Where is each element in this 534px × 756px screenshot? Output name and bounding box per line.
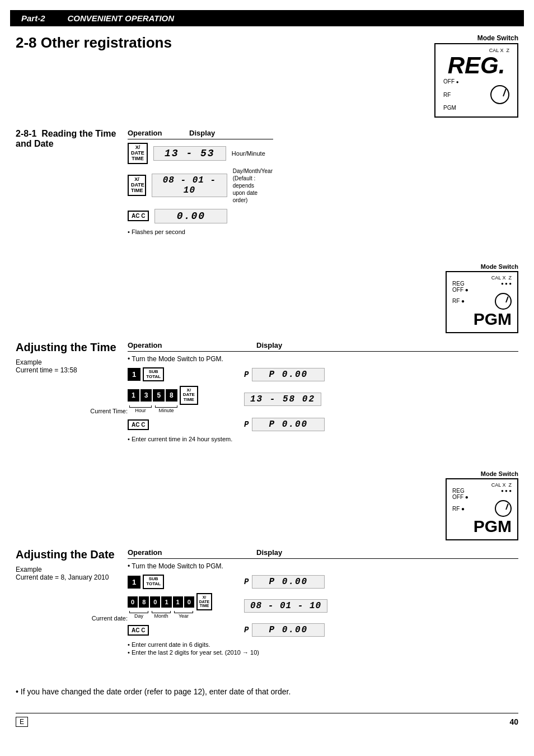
- header-part: Part-2: [21, 13, 45, 23]
- x-date-key-time[interactable]: X/DATETIME: [180, 386, 198, 405]
- key-num-8-time[interactable]: 8: [166, 389, 177, 402]
- display-time-p1: P 0.00: [252, 368, 325, 381]
- key-num-3-time[interactable]: 3: [140, 389, 152, 402]
- month-label: Month: [154, 613, 168, 619]
- adj-time-title: Adjusting the Time: [16, 341, 128, 354]
- sub-section-title: 2-8-1 Reading the Time and Date: [16, 129, 128, 149]
- key-d1[interactable]: 1: [161, 596, 171, 608]
- key-num-5-time[interactable]: 5: [153, 389, 165, 402]
- x-date-key-date[interactable]: X/DATETIME: [196, 593, 213, 610]
- key-d1b[interactable]: 1: [173, 596, 183, 608]
- date-note2: • Enter the last 2 digits for year set. …: [128, 649, 518, 656]
- e-label: E: [16, 717, 28, 727]
- op-col-header: Operation: [128, 129, 172, 137]
- mode-note-time: • Turn the Mode Switch to PGM.: [128, 355, 518, 363]
- p-char-1: P: [244, 370, 249, 379]
- disp-col-time: Display: [256, 341, 282, 349]
- p-char-3: P: [244, 420, 249, 429]
- key-d0b[interactable]: 0: [150, 596, 160, 608]
- op-col-date: Operation: [128, 548, 240, 557]
- mode-switch-diagram-top: CAL X Z REG. OFF ● RF PGM: [434, 43, 518, 118]
- display-col-header: Display: [189, 129, 215, 137]
- adj-time-section: Adjusting the Time Example Current time …: [16, 341, 518, 465]
- pgm-text-2: PGM: [452, 518, 512, 535]
- switch-knob-pgm-1: [495, 293, 512, 310]
- sub-section-reading: 2-8-1 Reading the Time and Date Operatio…: [16, 129, 518, 258]
- flashes-note: • Flashes per second: [128, 228, 273, 235]
- footer: E 40: [16, 713, 518, 727]
- hour-minute-note: Hour/Minute: [232, 150, 265, 157]
- current-time-label: Current Time:: [16, 408, 128, 414]
- mode-switch-label-top: Mode Switch: [477, 34, 518, 42]
- header-bar: Part-2 CONVENIENT OPERATION: [10, 10, 524, 26]
- switch-knob-icon: [490, 85, 509, 104]
- x-date-key-1[interactable]: X/DATETIME: [128, 143, 148, 164]
- display-time-p3: P 0.00: [252, 418, 325, 431]
- key-num-1-time[interactable]: 1: [128, 389, 139, 402]
- display-date-p1: P 0.00: [252, 575, 325, 589]
- disp-col-date: Display: [256, 548, 282, 557]
- pgm-text-1: PGM: [452, 311, 512, 328]
- acc-key-time[interactable]: AC C: [128, 419, 149, 430]
- example-label-date: Example: [16, 566, 128, 573]
- page-number: 40: [509, 717, 518, 726]
- acc-key-date[interactable]: AC C: [128, 625, 149, 636]
- mode-switch-pgm-2: Mode Switch CAL X Z REG ● ● ● OFF ● RF ●…: [446, 470, 518, 540]
- display-time-val: 13 - 58 02: [244, 393, 321, 406]
- x-date-key-2[interactable]: X/DATETIME: [128, 175, 146, 196]
- reg-text: REG.: [443, 54, 509, 77]
- adj-date-section: Adjusting the Date Example Current date …: [16, 548, 518, 678]
- current-date-label: Current date:: [16, 615, 128, 622]
- p-char-d1: P: [244, 577, 249, 586]
- example-val-date: Current date = 8, January 2010: [16, 573, 128, 581]
- key-1-date[interactable]: 1: [128, 576, 140, 589]
- switch-knob-pgm-2: [495, 500, 512, 517]
- hour-label: Hour: [135, 408, 146, 413]
- mode-switch-pgm-1: Mode Switch CAL X Z REG ● ● ● OFF ● RF ●…: [446, 263, 518, 333]
- adj-date-title: Adjusting the Date: [16, 548, 128, 561]
- p-char-d3: P: [244, 626, 249, 634]
- display-zero: 0.00: [154, 209, 227, 223]
- key-d0c[interactable]: 0: [184, 596, 194, 608]
- acc-key-1[interactable]: AC C: [128, 211, 149, 221]
- header-title: CONVENIENT OPERATION: [68, 13, 175, 23]
- display-date: 08 - 01 - 10: [152, 174, 227, 197]
- key-1-time[interactable]: 1: [128, 368, 140, 381]
- section-title: 2-8 Other registrations: [16, 34, 172, 52]
- sub-total-key-time[interactable]: SUBTOTAL: [143, 367, 164, 382]
- display-date-p3: P 0.00: [252, 623, 325, 637]
- example-label-time: Example: [16, 358, 128, 366]
- op-col-time: Operation: [128, 341, 240, 349]
- display-date-val: 08 - 01 - 10: [244, 599, 327, 613]
- year-label: Year: [179, 613, 189, 619]
- minute-label: Minute: [158, 408, 174, 413]
- example-val-time: Current time = 13:58: [16, 366, 128, 374]
- enter-time-note: • Enter current time in 24 hour system.: [128, 436, 518, 442]
- key-d0[interactable]: 0: [128, 596, 138, 608]
- date-note1: • Enter current date in 6 digits.: [128, 641, 518, 648]
- day-label: Day: [134, 613, 143, 619]
- day-month-year-note: Day/Month/Year (Default : depends upon d…: [233, 167, 273, 204]
- mode-note-date: • Turn the Mode Switch to PGM.: [128, 562, 518, 570]
- sub-total-key-date[interactable]: SUBTOTAL: [143, 575, 164, 589]
- key-d8[interactable]: 8: [139, 596, 149, 608]
- bottom-note: • If you have changed the date order (re…: [16, 687, 518, 696]
- display-time: 13 - 53: [153, 146, 226, 161]
